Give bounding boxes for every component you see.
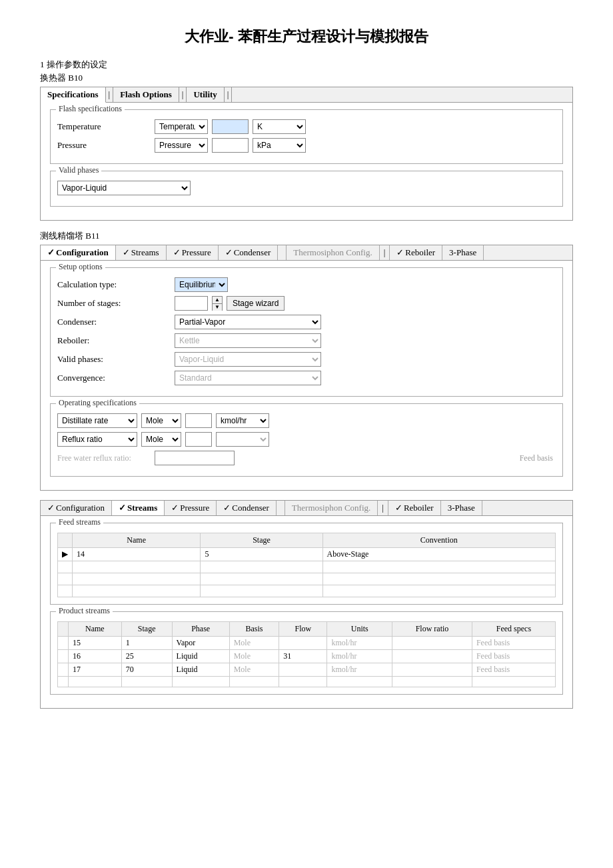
prod-15-stage[interactable]: 1 [121,637,172,650]
distillate-row: Distillate rate Mole 6 kmol/hr [57,413,556,428]
flash-spec-box: Flash specifications Temperature Tempera… [50,109,563,164]
distillate-basis-select[interactable]: Mole [141,413,181,428]
prod-15-flow[interactable] [279,637,327,650]
prod-17-flow[interactable] [279,663,327,677]
feed-stage-header: Stage [201,533,322,548]
pressure-unit-select[interactable]: kPa [253,138,306,153]
prod-16-phase[interactable]: Liquid [172,650,229,663]
prod-stage-header: Stage [121,622,172,637]
prod-17-units[interactable]: kmol/hr [327,663,392,677]
tab2-b11-condenser[interactable]: Condenser [217,501,277,515]
pressure-type-select[interactable]: Pressure [155,138,208,153]
prod-15-flow-ratio[interactable] [392,637,472,650]
prod-17-feed-specs[interactable]: Feed basis [472,663,555,677]
condenser-label: Condenser: [57,317,171,327]
flash-spec-legend: Flash specifications [56,104,125,114]
reflux-type-select[interactable]: Reflux ratio [57,432,137,447]
section-label: 1 操作参数的设定 [40,59,573,71]
prod-16-basis[interactable]: Mole [229,650,279,663]
calc-type-select[interactable]: Equilibrium [175,277,228,292]
tab-b11-configuration[interactable]: Configuration [41,245,116,260]
stage-wizard-button[interactable]: Stage wizard [227,296,285,311]
feed-empty-row2 [58,573,556,585]
stages-row: Number of stages: 70 ▲ ▼ Stage wizard [57,296,556,311]
prod-16-units[interactable]: kmol/hr [327,650,392,663]
b11-valid-phases-select[interactable]: Vapor-Liquid [175,352,321,367]
prod-17-phase[interactable]: Liquid [172,663,229,677]
tab2-b11-reboiler[interactable]: Reboiler [388,501,441,515]
distillate-type-select[interactable]: Distillate rate [57,413,137,428]
valid-phases-select[interactable]: Vapor-Liquid [57,181,191,195]
b11-valid-phases-label: Valid phases: [57,354,171,365]
tab2-b11-streams[interactable]: Streams [112,501,165,515]
tab2-sep-thermo [277,501,285,515]
feed-convention-cell[interactable]: Above-Stage [322,548,555,561]
temperature-unit-select[interactable]: K [253,119,306,134]
prod-flow-ratio-header: Flow ratio [392,622,472,637]
distillate-flow-input[interactable]: 6 [185,413,212,428]
tab2-b11-thermosiphon[interactable]: Thermosiphon Config. [285,501,378,515]
prod-15-name[interactable]: 15 [69,637,122,650]
prod-17-stage[interactable]: 70 [121,663,172,677]
prod-16-stage[interactable]: 25 [121,650,172,663]
tab-b11-thermosiphon[interactable]: Thermosiphon Config. [287,245,379,260]
prod-17-basis[interactable]: Mole [229,663,279,677]
stages-label: Number of stages: [57,298,171,309]
prod-15-basis[interactable]: Mole [229,637,279,650]
prod-15-units[interactable]: kmol/hr [327,637,392,650]
prod-empty-row [58,677,556,687]
convergence-row: Convergence: Standard [57,371,556,385]
stages-input[interactable]: 70 [175,296,208,311]
prod-15-phase[interactable]: Vapor [172,637,229,650]
feed-convention-header: Convention [322,533,555,548]
tab-b11-3phase[interactable]: 3-Phase [442,245,484,260]
feed-name-cell[interactable]: 14 [73,548,201,561]
spinbox-down[interactable]: ▼ [213,304,222,311]
prod-16-feed-specs[interactable]: Feed basis [472,650,555,663]
b11-tab-bar-2: Configuration Streams Pressure Condenser… [41,501,572,516]
free-water-input[interactable] [155,451,235,465]
temperature-row: Temperature Temperature 310 K [57,119,556,134]
temperature-type-select[interactable]: Temperature [155,119,208,134]
tab2-b11-pressure[interactable]: Pressure [165,501,217,515]
prod-17-flow-ratio[interactable] [392,663,472,677]
tab2-b11-configuration[interactable]: Configuration [41,501,112,515]
tab-utility[interactable]: Utility [187,87,224,102]
feed-empty-row3 [58,585,556,597]
reflux-flow-input[interactable]: 9 [185,432,212,447]
tab-sep-thermo [278,245,287,260]
spinbox-up[interactable]: ▲ [213,297,222,304]
tab-b11-reboiler[interactable]: Reboiler [390,245,442,260]
convergence-select[interactable]: Standard [175,371,321,385]
feed-streams-table: Name Stage Convention ▶ 14 5 Above-Stage [57,533,556,597]
setup-options-box: Setup options Calculation type: Equilibr… [50,267,563,397]
distillate-unit-select[interactable]: kmol/hr [216,413,269,428]
reflux-basis-select[interactable]: Mole [141,432,181,447]
prod-phase-header: Phase [172,622,229,637]
b11-streams-panel: Configuration Streams Pressure Condenser… [40,500,573,709]
prod-16-flow[interactable]: 31 [279,650,327,663]
reflux-unit-select[interactable] [216,432,269,447]
reboiler-row: Reboiler: Kettle [57,333,556,348]
prod-16-name[interactable]: 16 [69,650,122,663]
reboiler-select[interactable]: Kettle [175,333,321,348]
tab-b11-streams[interactable]: Streams [116,245,167,260]
condenser-select[interactable]: Partial-Vapor [175,315,321,329]
tab-specifications[interactable]: Specifications [41,87,106,103]
tab-b11-pressure[interactable]: Pressure [167,245,219,260]
feed-basis-label: Feed basis [520,453,556,463]
stages-spinbox[interactable]: ▲ ▼ [212,296,223,311]
tab2-b11-3phase[interactable]: 3-Phase [441,501,482,515]
prod-16-flow-ratio[interactable] [392,650,472,663]
temperature-input[interactable]: 310 [212,119,249,134]
prod-15-feed-specs[interactable]: Feed basis [472,637,555,650]
tab-b11-condenser[interactable]: Condenser [219,245,279,260]
pressure-input[interactable]: 7 [212,138,249,153]
valid-phases-legend: Valid phases [56,165,101,175]
prod-row-16: 16 25 Liquid Mole 31 kmol/hr Feed basis [58,650,556,663]
tab-flash-options[interactable]: Flash Options [113,87,179,102]
b10-tab-bar: Specifications | Flash Options | Utility… [41,87,572,103]
calc-type-label: Calculation type: [57,279,171,290]
prod-17-name[interactable]: 17 [69,663,122,677]
feed-stage-cell[interactable]: 5 [201,548,322,561]
